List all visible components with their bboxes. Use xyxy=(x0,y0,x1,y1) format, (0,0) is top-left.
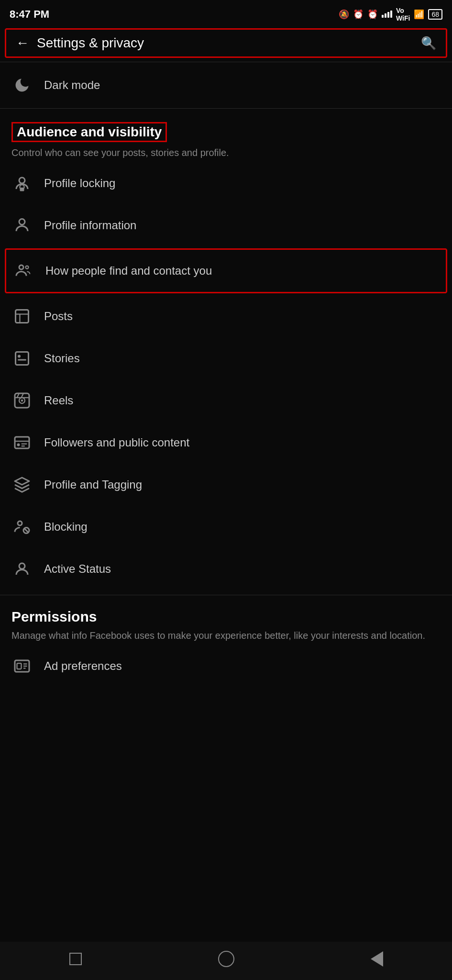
svg-rect-5 xyxy=(16,310,29,323)
dark-mode-label: Dark mode xyxy=(44,78,100,92)
header-left: ← Settings & privacy xyxy=(16,35,144,51)
divider-3 xyxy=(0,595,452,595)
nav-triangle-icon xyxy=(371,951,383,967)
nav-circle-icon xyxy=(218,951,234,967)
alarm-icon: ⏰ xyxy=(353,9,364,20)
status-time: 8:47 PM xyxy=(10,8,49,21)
svg-point-3 xyxy=(19,265,23,269)
svg-rect-21 xyxy=(22,445,25,446)
ad-preferences-icon xyxy=(11,656,33,677)
svg-point-0 xyxy=(19,178,25,183)
nav-square-icon xyxy=(69,953,82,965)
profile-information-label: Profile information xyxy=(44,219,136,232)
how-people-find-label: How people find and contact you xyxy=(45,264,212,278)
vowifi-icon: VoWiFi xyxy=(396,7,410,22)
active-status-item[interactable]: Active Status xyxy=(0,548,452,590)
nav-home-button[interactable] xyxy=(214,947,238,971)
stories-item[interactable]: Stories xyxy=(0,337,452,379)
signal-bars xyxy=(382,11,392,18)
ad-preferences-label: Ad preferences xyxy=(44,659,122,673)
svg-point-13 xyxy=(21,400,23,402)
posts-item[interactable]: Posts xyxy=(0,295,452,337)
profile-tagging-icon xyxy=(11,474,33,495)
svg-point-22 xyxy=(18,521,22,525)
svg-rect-17 xyxy=(15,437,29,448)
permissions-section: Permissions Manage what info Facebook us… xyxy=(0,599,452,645)
followers-item[interactable]: Followers and public content xyxy=(0,422,452,464)
ad-preferences-item[interactable]: Ad preferences xyxy=(0,645,452,687)
posts-label: Posts xyxy=(44,310,73,323)
svg-point-25 xyxy=(19,563,25,569)
settings-header[interactable]: ← Settings & privacy 🔍 xyxy=(5,28,447,58)
blocking-icon xyxy=(11,516,33,537)
profile-tagging-label: Profile and Tagging xyxy=(44,478,142,491)
back-button[interactable]: ← xyxy=(16,35,29,51)
profile-information-icon xyxy=(11,215,33,236)
svg-rect-10 xyxy=(18,359,26,361)
status-icons: 🔕 ⏰ ⏰ VoWiFi 📶 68 xyxy=(339,7,442,22)
bottom-nav xyxy=(0,942,452,980)
status-bar: 8:47 PM 🔕 ⏰ ⏰ VoWiFi 📶 68 xyxy=(0,0,452,26)
nav-back-button[interactable] xyxy=(365,947,389,971)
reels-label: Reels xyxy=(44,394,73,407)
posts-icon xyxy=(11,306,33,327)
header-title: Settings & privacy xyxy=(37,35,144,51)
battery-icon: 68 xyxy=(428,9,442,20)
reels-icon xyxy=(11,390,33,411)
stories-icon xyxy=(11,348,33,369)
profile-tagging-item[interactable]: Profile and Tagging xyxy=(0,464,452,506)
how-people-find-item[interactable]: How people find and contact you xyxy=(5,248,447,293)
search-button[interactable]: 🔍 xyxy=(421,36,436,51)
profile-locking-label: Profile locking xyxy=(44,177,115,190)
reels-item[interactable]: Reels xyxy=(0,379,452,422)
svg-point-19 xyxy=(17,444,20,446)
how-people-find-icon xyxy=(13,260,34,281)
svg-line-24 xyxy=(24,528,28,532)
followers-label: Followers and public content xyxy=(44,436,189,449)
svg-rect-1 xyxy=(20,188,24,191)
alarm2-icon: ⏰ xyxy=(367,9,378,20)
svg-point-4 xyxy=(26,266,29,269)
wifi-icon: 📶 xyxy=(414,9,424,20)
audience-title: Audience and visibility xyxy=(17,124,162,139)
followers-icon xyxy=(11,432,33,453)
svg-point-9 xyxy=(18,355,21,358)
audience-section-header: Audience and visibility Control who can … xyxy=(0,112,452,162)
profile-locking-item[interactable]: Profile locking xyxy=(0,162,452,204)
svg-point-2 xyxy=(19,219,25,225)
permissions-title: Permissions xyxy=(11,609,441,625)
permissions-subtitle: Manage what info Facebook uses to make y… xyxy=(11,629,441,642)
divider-2 xyxy=(0,108,452,109)
svg-rect-27 xyxy=(17,663,22,669)
svg-rect-8 xyxy=(16,352,29,365)
blocking-item[interactable]: Blocking xyxy=(0,506,452,548)
divider-1 xyxy=(0,62,452,62)
active-status-label: Active Status xyxy=(44,562,111,576)
active-status-icon xyxy=(11,558,33,579)
dark-mode-icon xyxy=(11,75,33,96)
mute-icon: 🔕 xyxy=(339,9,349,20)
profile-information-item[interactable]: Profile information xyxy=(0,204,452,246)
profile-locking-icon xyxy=(11,173,33,194)
dark-mode-item[interactable]: Dark mode xyxy=(0,66,452,104)
svg-rect-20 xyxy=(22,444,27,445)
audience-subtitle: Control who can see your posts, stories … xyxy=(11,146,441,159)
nav-square-button[interactable] xyxy=(64,947,88,971)
blocking-label: Blocking xyxy=(44,520,88,534)
stories-label: Stories xyxy=(44,352,80,365)
